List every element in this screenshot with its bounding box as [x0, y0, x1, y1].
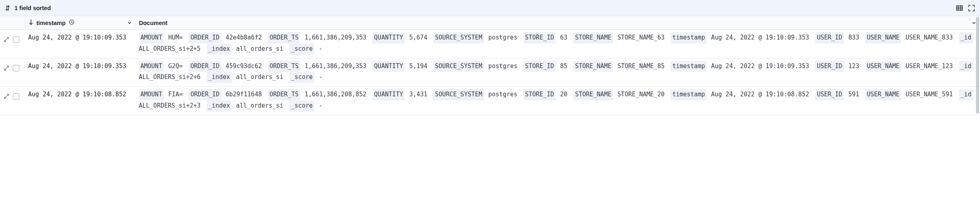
field-key: STORE_ID [523, 89, 556, 100]
field-value: - [319, 102, 322, 109]
field-value: all_orders_si [236, 73, 283, 81]
field-key: AMOUNT [139, 32, 164, 44]
field-value: 123 [848, 62, 859, 70]
field-value: USER_NAME_591 [906, 91, 953, 98]
sort-vertical-icon[interactable] [5, 5, 10, 11]
field-value: 3,431 [409, 91, 427, 98]
field-value: Aug 24, 2022 @ 19:10:09.353 [711, 34, 809, 41]
field-value: 63 [560, 34, 567, 41]
field-value: 5,194 [409, 62, 427, 70]
sort-toolbar: 1 field sorted [0, 0, 980, 16]
expand-row-icon[interactable] [3, 93, 10, 100]
fullscreen-icon[interactable] [968, 4, 975, 12]
field-value: USER_NAME_123 [906, 62, 953, 70]
field-value: Aug 24, 2022 @ 19:10:09.353 [711, 62, 809, 70]
field-key: timestamp [671, 61, 706, 72]
field-value: all_orders_si [236, 102, 283, 109]
field-key: _index [207, 44, 232, 55]
timestamp-cell: Aug 24, 2022 @ 19:10:08.852 [25, 87, 136, 115]
field-key: QUANTITY [373, 32, 405, 44]
expand-row-icon[interactable] [3, 65, 10, 71]
field-value: 5,674 [409, 34, 427, 41]
field-key: USER_NAME [865, 61, 901, 72]
field-key: STORE_NAME [573, 32, 613, 44]
field-value: 591 [848, 91, 859, 98]
field-key: _id [959, 32, 973, 44]
chevron-down-icon[interactable] [127, 20, 132, 26]
field-value: - [319, 45, 322, 52]
field-key: AMOUNT [139, 61, 164, 72]
field-value: STORE_NAME_63 [618, 34, 665, 41]
field-key: AMOUNT [139, 89, 164, 100]
field-key: ORDER_TS [268, 89, 300, 100]
field-key: _score [289, 72, 314, 83]
field-key: QUANTITY [373, 89, 405, 100]
field-value: Aug 24, 2022 @ 19:10:08.852 [711, 91, 809, 98]
field-key: USER_NAME [865, 89, 901, 100]
field-value: postgres [488, 34, 517, 41]
field-key: timestamp [671, 89, 706, 100]
scrollbar-thumb[interactable] [976, 17, 979, 114]
field-value: postgres [488, 62, 517, 70]
field-key: USER_ID [815, 61, 844, 72]
field-value: STORE_NAME_20 [618, 91, 665, 98]
header-document[interactable]: Document [136, 16, 980, 30]
expand-row-icon[interactable] [3, 36, 10, 43]
field-key: STORE_ID [523, 32, 556, 44]
field-key: _score [289, 100, 314, 112]
field-key: SOURCE_SYSTEM [433, 61, 484, 72]
row-checkbox[interactable] [13, 93, 19, 100]
field-key: USER_ID [815, 89, 844, 100]
field-key: SOURCE_SYSTEM [433, 32, 484, 44]
table-row: Aug 24, 2022 @ 19:10:09.353AMOUNT HUM= O… [0, 30, 980, 58]
documents-table: timestamp [0, 16, 980, 115]
clock-icon [69, 19, 74, 26]
field-value: 85 [560, 62, 567, 70]
field-value: 459c93dc62 [226, 62, 262, 70]
field-key: _score [289, 44, 314, 55]
field-value: 20 [560, 91, 567, 98]
field-key: STORE_ID [523, 61, 556, 72]
row-checkbox[interactable] [13, 65, 19, 71]
field-key: ORDER_ID [189, 89, 221, 100]
field-value: ALL_ORDERS_si+2+6 [139, 73, 201, 81]
field-key: ORDER_TS [268, 61, 300, 72]
field-value: ALL_ORDERS_si+2+3 [139, 102, 201, 109]
field-value: 6b29f11648 [226, 91, 262, 98]
field-value: 1,661,386,209,353 [305, 34, 366, 41]
field-key: USER_NAME [865, 32, 901, 44]
field-key: QUANTITY [373, 61, 405, 72]
field-value: all_orders_si [236, 45, 283, 52]
header-document-label: Document [139, 20, 168, 26]
scrollbar[interactable] [975, 16, 980, 115]
document-cell: AMOUNT FIA= ORDER_ID 6b29f11648 ORDER_TS… [136, 87, 980, 115]
row-checkbox[interactable] [13, 36, 19, 43]
density-icon[interactable] [956, 4, 963, 12]
document-cell: AMOUNT HUM= ORDER_ID 42e4b8a6f2 ORDER_TS… [136, 30, 980, 58]
field-key: timestamp [671, 32, 706, 44]
field-key: USER_ID [815, 32, 844, 44]
field-value: HUM= [168, 34, 183, 41]
field-key: ORDER_ID [189, 61, 221, 72]
sort-info-text[interactable]: 1 field sorted [14, 5, 51, 11]
field-key: _index [207, 100, 232, 112]
field-value: 833 [848, 34, 859, 41]
header-timestamp-label: timestamp [37, 20, 66, 26]
field-value: 1,661,386,209,353 [305, 62, 366, 70]
field-value: FIA= [168, 91, 183, 98]
field-key: ORDER_TS [268, 32, 300, 44]
table-header-row: timestamp [0, 16, 980, 30]
table-row: Aug 24, 2022 @ 19:10:09.353AMOUNT G2Q= O… [0, 58, 980, 87]
field-value: G2Q= [168, 62, 183, 70]
timestamp-cell: Aug 24, 2022 @ 19:10:09.353 [25, 58, 136, 87]
field-key: _id [959, 61, 973, 72]
field-value: STORE_NAME_85 [618, 62, 665, 70]
table-row: Aug 24, 2022 @ 19:10:08.852AMOUNT FIA= O… [0, 87, 980, 115]
header-timestamp[interactable]: timestamp [25, 16, 136, 30]
field-key: _id [959, 89, 973, 100]
field-value: 42e4b8a6f2 [226, 34, 262, 41]
document-cell: AMOUNT G2Q= ORDER_ID 459c93dc62 ORDER_TS… [136, 58, 980, 87]
field-key: SOURCE_SYSTEM [433, 89, 484, 100]
field-value: USER_NAME_833 [906, 34, 953, 41]
field-value: ALL_ORDERS_si+2+5 [139, 45, 201, 52]
